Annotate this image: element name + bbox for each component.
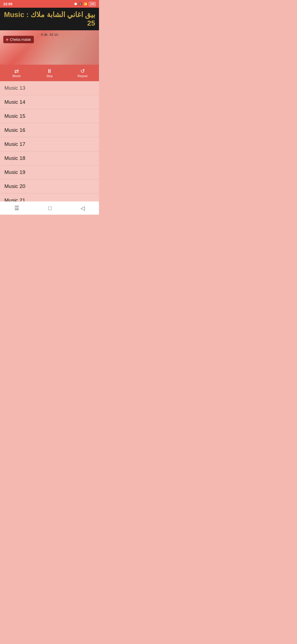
header-banner: بيق اغاني الشابة ملاك : Music 25	[0, 8, 99, 30]
battery-icon: 100	[89, 2, 96, 6]
app-title: بيق اغاني الشابة ملاك : Music 25	[4, 10, 95, 28]
list-item[interactable]: Music 20	[0, 179, 99, 193]
stop-button[interactable]: ⏸ Stop	[33, 65, 66, 81]
shuffle-label: Mixed	[12, 74, 20, 78]
song-name: Music 15	[4, 113, 25, 119]
song-list: Music 13Music 14Music 15Music 16Music 17…	[0, 81, 99, 205]
song-name: Music 20	[4, 183, 25, 189]
list-item[interactable]: Music 16	[0, 123, 99, 137]
list-item[interactable]: Music 19	[0, 165, 99, 179]
menu-button[interactable]: ☰	[8, 203, 26, 214]
song-name: Music 16	[4, 127, 25, 133]
song-name: Music 18	[4, 155, 25, 161]
status-time: 22:05	[3, 2, 12, 6]
pause-icon: ⏸	[47, 68, 52, 74]
status-icons: ⬢ 🔇 📶 100	[74, 2, 96, 6]
list-item[interactable]: Music 18	[0, 151, 99, 165]
playing-dot	[6, 39, 8, 41]
list-item[interactable]: Music 13	[0, 81, 99, 95]
repeat-button[interactable]: ↺ Repeat	[66, 65, 99, 81]
status-bar: 22:05 ⬢ 🔇 📶 100	[0, 0, 99, 8]
repeat-label: Repeat	[78, 74, 87, 78]
shuffle-icon: ⇄	[14, 68, 19, 74]
list-item[interactable]: Music 15	[0, 109, 99, 123]
song-name: Music 13	[4, 85, 25, 91]
player-controls: ⇄ Mixed ⏸ Stop ↺ Repeat	[0, 65, 99, 81]
artist-name: Cheba malak	[10, 37, 31, 42]
shuffle-button[interactable]: ⇄ Mixed	[0, 65, 33, 81]
bluetooth-icon: ⬢	[74, 2, 77, 6]
song-name: Music 14	[4, 99, 25, 105]
song-name: Music 17	[4, 141, 25, 147]
song-name: Music 19	[4, 169, 25, 175]
repeat-icon: ↺	[80, 68, 85, 74]
home-button[interactable]: □	[42, 203, 58, 214]
back-button[interactable]: ◁	[74, 203, 91, 214]
nav-bar: ☰ □ ◁	[0, 201, 99, 215]
list-item[interactable]: Music 14	[0, 95, 99, 109]
mute-icon: 🔇	[78, 2, 82, 6]
signal-icon: 📶	[84, 2, 87, 6]
player-section: 4 dk. 42 sn Cheba malak ⇄ Mixed ⏸ Stop ↺…	[0, 30, 99, 81]
artist-badge: Cheba malak	[3, 36, 34, 43]
list-item[interactable]: Music 17	[0, 137, 99, 151]
stop-label: Stop	[46, 74, 53, 78]
duration-label: 4 dk. 42 sn	[41, 32, 58, 37]
